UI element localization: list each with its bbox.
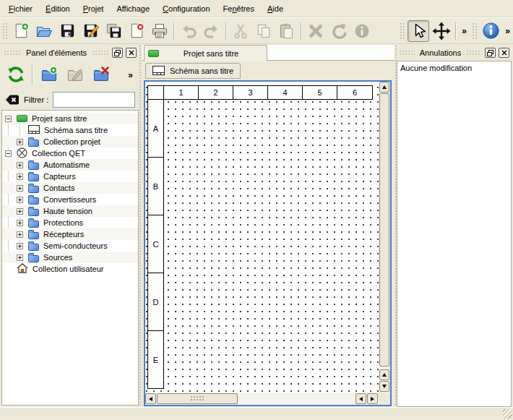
menu-item-configuration[interactable]: Configuration bbox=[156, 1, 216, 16]
menu-item-affichage[interactable]: Affichage bbox=[110, 1, 156, 16]
tree-item-collection-projet[interactable]: Collection projet bbox=[2, 136, 138, 147]
expand-expander-icon[interactable] bbox=[17, 139, 23, 145]
dock-close-button[interactable] bbox=[499, 48, 509, 58]
expand-expander-icon[interactable] bbox=[17, 208, 23, 215]
tree-item-label: Protections bbox=[43, 218, 83, 227]
expand-expander-icon[interactable] bbox=[17, 197, 23, 203]
tree-item-label: Haute tension bbox=[43, 207, 92, 215]
grid-column-header: 5 bbox=[302, 85, 337, 100]
scroll-left-button[interactable] bbox=[355, 393, 366, 404]
edit-category-button[interactable] bbox=[64, 64, 87, 87]
about-button[interactable] bbox=[480, 20, 501, 42]
qet-collection-icon bbox=[17, 147, 27, 160]
delete-button[interactable] bbox=[305, 20, 327, 42]
open-project-button[interactable] bbox=[33, 20, 55, 42]
reload-collections-button[interactable] bbox=[4, 64, 27, 87]
horizontal-scrollbar[interactable] bbox=[145, 393, 379, 405]
tree-item-collection-utilisateur[interactable]: Collection utilisateur bbox=[2, 263, 138, 275]
about-info-icon bbox=[482, 22, 500, 40]
tree-item-convertisseurs[interactable]: Convertisseurs bbox=[2, 194, 138, 205]
expand-expander-icon[interactable] bbox=[17, 254, 23, 261]
menu-item-projet[interactable]: Projet bbox=[77, 1, 111, 16]
paste-button[interactable] bbox=[276, 20, 298, 42]
dock-close-button[interactable] bbox=[126, 48, 137, 58]
toolbar-overflow-button[interactable]: » bbox=[502, 26, 513, 36]
expand-expander-icon[interactable] bbox=[17, 173, 23, 180]
tree-item-schema-sans-titre[interactable]: Schéma sans titre bbox=[2, 124, 138, 136]
tab-projet-sans-titre[interactable]: Projet sans titre bbox=[144, 45, 267, 61]
tree-item-recepteurs[interactable]: Récepteurs bbox=[2, 228, 138, 240]
schema-canvas[interactable]: 1 2 3 4 5 6 A B C D E bbox=[145, 82, 379, 393]
new-document-button[interactable] bbox=[10, 20, 32, 42]
menu-item-fichier[interactable]: Fichier bbox=[2, 1, 39, 16]
undo-panel-dock: Annulations Aucune modification bbox=[397, 45, 512, 407]
tree-item-label: Contacts bbox=[43, 184, 74, 192]
save-all-button[interactable] bbox=[103, 20, 124, 42]
collapse-expander-icon[interactable] bbox=[5, 150, 12, 157]
save-icon bbox=[59, 22, 76, 39]
close-file-button[interactable] bbox=[126, 20, 147, 42]
tree-item-haute-tension[interactable]: Haute tension bbox=[2, 205, 138, 217]
menu-bar: Fichier Édition Projet Affichage Configu… bbox=[0, 0, 513, 17]
horizontal-scroll-thumb[interactable] bbox=[157, 393, 238, 404]
print-button[interactable] bbox=[149, 20, 171, 42]
toolbar-separator bbox=[455, 22, 457, 40]
menu-item-edition[interactable]: Édition bbox=[39, 1, 77, 16]
scroll-left-button[interactable] bbox=[145, 393, 156, 404]
element-info-button[interactable] bbox=[351, 20, 373, 42]
new-category-button[interactable] bbox=[38, 64, 61, 87]
redo-button[interactable] bbox=[201, 20, 223, 42]
dock-float-button[interactable] bbox=[485, 48, 496, 58]
toolbar-drag-handle[interactable] bbox=[2, 22, 7, 40]
arrow-down-icon bbox=[382, 385, 387, 388]
tree-item-automatisme[interactable]: Automatisme bbox=[2, 159, 138, 171]
arrow-up-icon bbox=[382, 85, 387, 89]
cut-button[interactable] bbox=[230, 20, 251, 42]
delete-category-button[interactable] bbox=[90, 64, 113, 87]
resize-grip[interactable] bbox=[503, 409, 512, 419]
vertical-scrollbar[interactable] bbox=[379, 82, 390, 393]
expand-expander-icon[interactable] bbox=[17, 243, 23, 249]
tree-item-label: Capteurs bbox=[43, 172, 76, 181]
select-tool-button[interactable] bbox=[408, 20, 429, 42]
copy-button[interactable] bbox=[253, 20, 275, 42]
expand-expander-icon[interactable] bbox=[17, 185, 23, 192]
move-tool-button[interactable] bbox=[431, 20, 452, 42]
undo-list-item[interactable]: Aucune modification bbox=[398, 62, 510, 73]
expand-expander-icon[interactable] bbox=[17, 220, 23, 226]
collapse-expander-icon[interactable] bbox=[5, 116, 12, 122]
toolbar-overflow-button[interactable]: » bbox=[459, 26, 470, 36]
grid-row-header: A bbox=[147, 99, 164, 158]
scrollbar-corner bbox=[379, 393, 390, 405]
folder-icon bbox=[28, 232, 39, 239]
expand-expander-icon[interactable] bbox=[17, 162, 23, 168]
dock-float-button[interactable] bbox=[112, 48, 123, 58]
tree-item-protections[interactable]: Protections bbox=[2, 217, 138, 228]
save-as-button[interactable] bbox=[79, 20, 101, 42]
scroll-down-button[interactable] bbox=[379, 381, 389, 392]
rotate-button[interactable] bbox=[328, 20, 350, 42]
tree-item-projet-sans-titre[interactable]: Projet sans titre bbox=[2, 113, 138, 124]
toolbar-drag-handle[interactable] bbox=[472, 22, 477, 40]
menu-item-fenetres[interactable]: Fenêtres bbox=[217, 1, 261, 16]
menu-item-aide[interactable]: Aide bbox=[261, 1, 290, 16]
tree-item-collection-qet[interactable]: Collection QET bbox=[2, 147, 138, 159]
clear-filter-button[interactable] bbox=[5, 94, 20, 106]
tree-item-capteurs[interactable]: Capteurs bbox=[2, 171, 138, 182]
tree-item-semi-conducteurs[interactable]: Semi-conducteurs bbox=[2, 240, 138, 252]
toolbar-drag-handle[interactable] bbox=[400, 22, 405, 40]
expand-expander-icon[interactable] bbox=[17, 231, 23, 238]
info-icon bbox=[353, 22, 371, 40]
scroll-up-button[interactable] bbox=[379, 82, 389, 93]
folder-icon bbox=[28, 163, 39, 170]
tree-item-sources[interactable]: Sources bbox=[2, 252, 138, 263]
undo-button[interactable] bbox=[178, 20, 199, 42]
save-button[interactable] bbox=[56, 20, 78, 42]
filter-input[interactable] bbox=[53, 92, 135, 108]
vertical-scroll-thumb[interactable] bbox=[379, 93, 389, 367]
toolbar-overflow-button[interactable]: » bbox=[128, 70, 133, 80]
tree-item-contacts[interactable]: Contacts bbox=[2, 182, 138, 194]
tab-schema-sans-titre[interactable]: Schéma sans titre bbox=[145, 63, 241, 79]
scroll-up-button[interactable] bbox=[379, 369, 389, 380]
scroll-right-button[interactable] bbox=[367, 393, 378, 404]
